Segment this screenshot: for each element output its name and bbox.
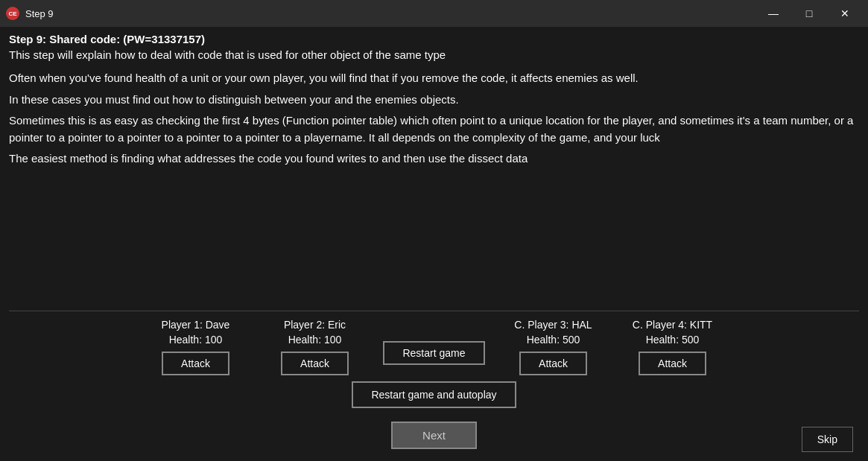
page-subtitle: This step will explain how to deal with … (9, 48, 859, 61)
minimize-button[interactable]: — (756, 1, 791, 25)
title-bar-left: CE Step 9 (6, 7, 54, 20)
player2-attack-button[interactable]: Attack (281, 352, 349, 375)
players-row: Player 1: Dave Health: 100 Attack Player… (9, 319, 859, 375)
paragraph-1: Often when you've found health of a unit… (9, 70, 859, 87)
main-container: Step 9: Shared code: (PW=31337157) This … (0, 27, 868, 461)
paragraph-2: In these cases you must find out how to … (9, 92, 859, 109)
computer-player3-name: C. Player 3: HAL (514, 319, 592, 331)
close-button[interactable]: ✕ (828, 1, 862, 25)
bottom-nav: Next Skip (9, 416, 859, 455)
player1-health: Health: 100 (169, 334, 223, 346)
player1-attack-button[interactable]: Attack (162, 352, 229, 375)
player2-health: Health: 100 (288, 334, 342, 346)
paragraph-3: Sometimes this is as easy as checking th… (9, 112, 859, 146)
content-area[interactable]: Step 9: Shared code: (PW=31337157) This … (0, 27, 868, 461)
player1-name: Player 1: Dave (162, 319, 230, 331)
computer-player4-name: C. Player 4: KITT (633, 319, 712, 331)
restart-group: Restart game (375, 319, 494, 365)
center-controls: Restart game and autoplay (9, 381, 859, 408)
computer-player4-group: C. Player 4: KITT Health: 500 Attack (613, 319, 732, 375)
player2-name: Player 2: Eric (284, 319, 346, 331)
restart-autoplay-button[interactable]: Restart game and autoplay (352, 381, 516, 408)
skip-button[interactable]: Skip (802, 427, 853, 452)
maximize-button[interactable]: □ (792, 1, 826, 25)
text-section: Step 9: Shared code: (PW=31337157) This … (9, 33, 859, 311)
computer-player3-health: Health: 500 (527, 334, 580, 346)
next-button[interactable]: Next (391, 422, 477, 449)
app-icon: CE (6, 7, 19, 20)
window-title: Step 9 (25, 8, 54, 19)
game-section: Player 1: Dave Health: 100 Attack Player… (9, 311, 859, 416)
title-bar-controls: — □ ✕ (756, 1, 862, 25)
paragraph-4: The easiest method is finding what addre… (9, 150, 859, 168)
computer-player4-health: Health: 500 (646, 334, 700, 346)
player2-group: Player 2: Eric Health: 100 Attack (256, 319, 375, 375)
page-heading: Step 9: Shared code: (PW=31337157) (9, 33, 859, 45)
computer-player3-attack-button[interactable]: Attack (519, 352, 587, 375)
computer-player3-group: C. Player 3: HAL Health: 500 Attack (494, 319, 613, 375)
title-bar: CE Step 9 — □ ✕ (0, 0, 868, 27)
player1-group: Player 1: Dave Health: 100 Attack (136, 319, 256, 375)
computer-player4-attack-button[interactable]: Attack (639, 352, 706, 375)
restart-game-button[interactable]: Restart game (383, 341, 484, 365)
